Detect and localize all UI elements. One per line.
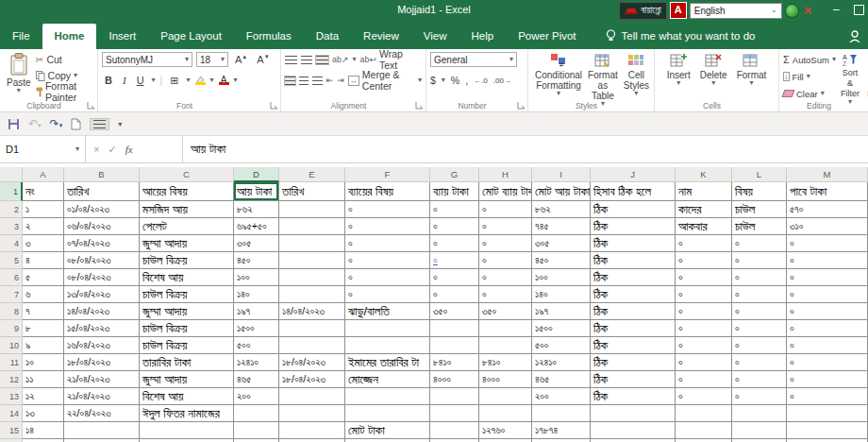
new-document-icon[interactable] xyxy=(71,118,81,130)
accounting-format-button[interactable]: $ xyxy=(430,75,436,86)
cell-G11[interactable]: ৮৪১০ xyxy=(430,354,479,371)
cell-H5[interactable]: ০ xyxy=(479,252,532,269)
cell-L14[interactable] xyxy=(732,405,787,422)
cell-B2[interactable]: ০১/০৪/২০২৩ xyxy=(64,201,140,218)
increase-decimal-button[interactable]: ←.0 xyxy=(474,76,488,85)
save-icon[interactable] xyxy=(8,118,20,130)
cell-K9[interactable]: ০ xyxy=(676,320,732,337)
cell-I7[interactable]: ১৪০ xyxy=(532,286,591,303)
cell-D6[interactable]: ১০০ xyxy=(234,269,279,286)
cell-A8[interactable]: ৭ xyxy=(23,303,64,320)
cell-H1[interactable]: মোট ব্যায় টাকা xyxy=(479,182,532,201)
cell-C9[interactable]: চাউল বিক্রয় xyxy=(140,320,234,337)
cell-A12[interactable]: ১১ xyxy=(23,371,64,388)
cell-J6[interactable]: ঠিক xyxy=(591,269,676,286)
cell-A1[interactable]: নং xyxy=(23,182,64,201)
cell-B9[interactable]: ১৫/০৪/২০২৩ xyxy=(64,320,140,337)
cell-E12[interactable]: ১৮/০৪/২০২৩ xyxy=(279,371,345,388)
cell-J1[interactable]: হিসাব ঠিক হলে xyxy=(591,182,676,201)
cell-K2[interactable]: কাদের xyxy=(676,201,732,218)
row-header-6[interactable]: 6 xyxy=(0,269,23,286)
cell-A14[interactable]: ১৩ xyxy=(23,405,64,422)
cell-F2[interactable]: ০ xyxy=(345,201,430,218)
tab-formulas[interactable]: Formulas xyxy=(234,24,304,49)
cell-I1[interactable]: মোট আয় টাকা xyxy=(532,182,591,201)
cell-J12[interactable]: ঠিক xyxy=(591,371,676,388)
cell-L8[interactable]: ০ xyxy=(732,303,787,320)
cell-G4[interactable]: ০ xyxy=(430,235,479,252)
cell-K12[interactable]: ০ xyxy=(676,371,732,388)
cell-M6[interactable]: ০ xyxy=(787,269,868,286)
cell-H4[interactable]: ০ xyxy=(479,235,532,252)
cell-C12[interactable]: জুম্মা আদায় xyxy=(140,371,234,388)
align-toggle-button[interactable] xyxy=(90,118,109,130)
cell-C5[interactable]: চাউল বিক্রয় xyxy=(140,252,234,269)
row-header-12[interactable]: 12 xyxy=(0,371,23,388)
cell-I12[interactable]: ৪৬৫ xyxy=(532,371,591,388)
cell-L3[interactable]: চাউল xyxy=(732,218,787,235)
increase-indent-button[interactable]: ⇥ xyxy=(337,76,344,85)
cell-G9[interactable] xyxy=(430,320,479,337)
cell-G7[interactable]: ০ xyxy=(430,286,479,303)
cell-A13[interactable]: ১২ xyxy=(23,388,64,405)
column-header-C[interactable]: C xyxy=(140,167,234,182)
column-header-J[interactable]: J xyxy=(591,167,676,182)
user-share-icon[interactable] xyxy=(849,30,860,42)
cell-D7[interactable]: ১৪০ xyxy=(234,286,279,303)
cell-L12[interactable]: ০ xyxy=(732,371,787,388)
cell-K13[interactable]: ০ xyxy=(676,388,732,405)
cell-E3[interactable] xyxy=(279,218,345,235)
font-size-combo[interactable]: 18▾ xyxy=(196,52,228,67)
cell-D5[interactable]: ৪৫০ xyxy=(234,252,279,269)
cell-H13[interactable] xyxy=(479,388,532,405)
avro-keyboard-icon[interactable]: A xyxy=(670,2,687,19)
cell-L9[interactable]: ০ xyxy=(732,320,787,337)
cell-A9[interactable]: ৮ xyxy=(23,320,64,337)
cell-D10[interactable]: ৫০০ xyxy=(234,337,279,354)
cell-K5[interactable]: ০ xyxy=(676,252,732,269)
keyboard-layout-icon[interactable] xyxy=(785,4,799,18)
align-right-button[interactable] xyxy=(312,76,323,85)
cell-B8[interactable]: ১৪/০৪/২০২৩ xyxy=(64,303,140,320)
cell-L5[interactable]: ০ xyxy=(732,252,787,269)
column-header-F[interactable]: F xyxy=(345,167,430,182)
cell-I10[interactable]: ৫০০ xyxy=(532,337,591,354)
cell-G5[interactable]: ০ xyxy=(430,252,479,269)
borders-button[interactable]: ⊞ xyxy=(167,75,181,87)
cell-I5[interactable]: ৪৫০ xyxy=(532,252,591,269)
cell-B4[interactable]: ০৭/০৪/২০২৩ xyxy=(64,235,140,252)
cell-K15[interactable] xyxy=(676,422,732,439)
cell-J15[interactable] xyxy=(591,422,676,439)
clear-button[interactable]: Clear▾ xyxy=(783,86,836,101)
cell-C3[interactable]: পেলেট xyxy=(140,218,234,235)
orientation-button[interactable]: ab↗ xyxy=(332,55,349,64)
cell-L15[interactable] xyxy=(732,422,787,439)
align-left-button[interactable] xyxy=(285,76,295,85)
qat-customize-button[interactable]: ▾ xyxy=(118,120,122,128)
cell-L13[interactable]: ০ xyxy=(732,388,787,405)
cell-B1[interactable]: তারিখ xyxy=(64,182,140,201)
cell-H8[interactable]: ৩৫০ xyxy=(479,303,532,320)
cell-A10[interactable]: ৯ xyxy=(23,337,64,354)
cell-M13[interactable]: ০ xyxy=(787,388,868,405)
percent-style-button[interactable]: % xyxy=(451,75,459,86)
column-header-D[interactable]: D xyxy=(234,167,279,182)
fill-button[interactable]: ↓Fill▾ xyxy=(783,69,836,84)
cut-button[interactable]: ✂Cut xyxy=(36,52,93,67)
cell-I13[interactable]: ২০০ xyxy=(532,388,591,405)
minimize-button[interactable]: – xyxy=(833,6,843,15)
cell-G10[interactable] xyxy=(430,337,479,354)
cell-C7[interactable]: চাউল বিক্রয় xyxy=(140,286,234,303)
cancel-icon[interactable]: × xyxy=(93,144,99,155)
cell-J3[interactable]: ঠিক xyxy=(591,218,676,235)
cell-K14[interactable] xyxy=(676,405,732,422)
autosum-button[interactable]: ΣAutoSum▾ xyxy=(783,52,836,67)
cell-J9[interactable]: ঠিক xyxy=(591,320,676,337)
row-header-3[interactable]: 3 xyxy=(0,218,23,235)
row-header-9[interactable]: 9 xyxy=(0,320,23,337)
cell-A3[interactable]: ২ xyxy=(23,218,64,235)
shrink-font-button[interactable]: A▼ xyxy=(254,54,272,65)
cell-B13[interactable]: ২১/০৪/২০২৩ xyxy=(64,388,140,405)
language-select[interactable]: English ⌄ xyxy=(690,3,782,19)
cell-F9[interactable] xyxy=(345,320,430,337)
